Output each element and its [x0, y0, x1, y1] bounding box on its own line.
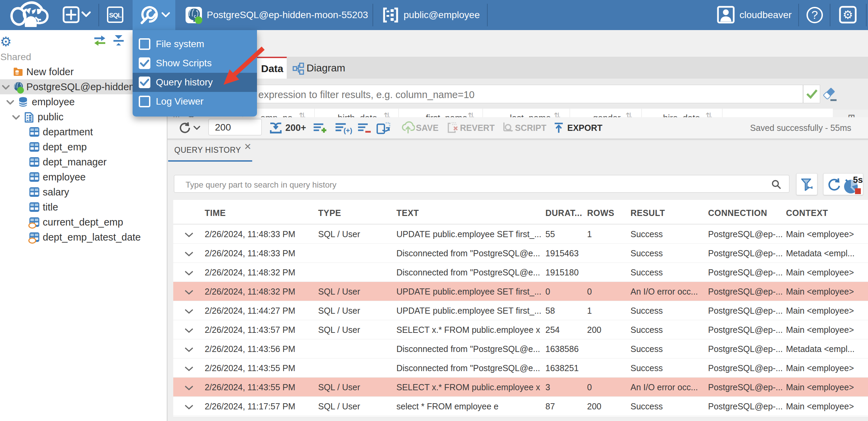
- svg-text:⚙: ⚙: [843, 8, 853, 21]
- svg-text:?: ?: [812, 8, 818, 21]
- svg-text:(+): (+): [343, 126, 352, 134]
- svg-text:SQL: SQL: [109, 12, 122, 19]
